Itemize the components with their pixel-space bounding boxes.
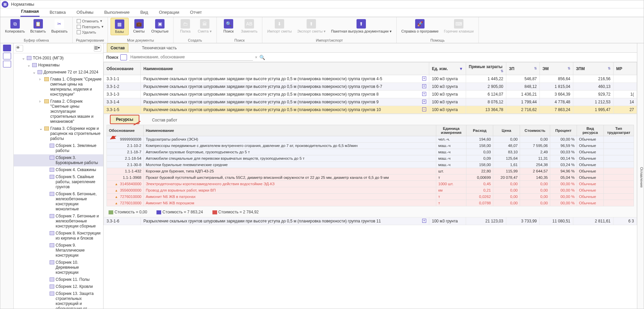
- mode-icon-2[interactable]: [3, 53, 11, 59]
- ncol-ltype[interactable]: Тип трудозатрат: [604, 125, 634, 136]
- ncol-name[interactable]: Наименование: [144, 125, 436, 136]
- tab-execution[interactable]: Выполнение: [104, 8, 130, 17]
- mode-icon-1[interactable]: [3, 45, 11, 51]
- table-row[interactable]: 3.3-1-4Разрыхление скальных грунтов шпур…: [104, 98, 637, 106]
- tab-insert[interactable]: Вставка: [49, 8, 66, 17]
- tree-root[interactable]: ⌄ТСН-2001 (МГЭ): [14, 55, 103, 62]
- table-row[interactable]: 3.3-1-6Разрыхление скальных грунтов шпур…: [104, 217, 637, 225]
- tree-s7[interactable]: Сборник 7. Бетонные и железобетонные кон…: [14, 213, 103, 230]
- tab-report[interactable]: Отчет: [189, 8, 203, 17]
- tree-s8[interactable]: Сборник 8. Конструкции из кирпича и блок…: [14, 230, 103, 242]
- ncol-pct[interactable]: Процент: [550, 125, 577, 136]
- row-expand-icon[interactable]: +: [422, 84, 426, 88]
- resource-row[interactable]: 2.1-18-54Автомобили специальные для пере…: [107, 155, 634, 162]
- nested-tab-works[interactable]: Состав работ: [147, 116, 183, 124]
- col-unit[interactable]: Ед. изм.▼: [429, 62, 466, 75]
- subtab-tech[interactable]: Техническая часть: [138, 44, 180, 52]
- tree-eye-button[interactable]: 👁: [16, 45, 23, 52]
- table-row[interactable]: 3.3-1-2Разрыхление скальных грунтов шпур…: [104, 83, 637, 91]
- search-scope-button[interactable]: [120, 54, 127, 60]
- col-mr[interactable]: МР: [614, 62, 637, 75]
- tree-ch1[interactable]: ›Глава 1. Сборник "Средние сметные цены …: [14, 76, 103, 98]
- row-expand-icon[interactable]: +: [422, 100, 426, 104]
- tree-ch2[interactable]: ›Глава 2. Сборник "Сметные цены эксплуат…: [14, 98, 103, 125]
- ncol-qty[interactable]: Расход: [466, 125, 493, 136]
- resource-row[interactable]: 2.1-10-2Компрессоры передвижные с двигат…: [107, 143, 634, 149]
- batch-export-button[interactable]: ⬆Пакетная выгрузка документации ▾: [329, 18, 394, 35]
- ncol-obos[interactable]: Обоснование: [107, 125, 144, 136]
- tree-s5[interactable]: Сборник 5. Свайные работы, закрепление г…: [14, 173, 103, 191]
- search-go[interactable]: 🔍: [259, 55, 265, 60]
- row-expand-icon[interactable]: +: [422, 76, 426, 81]
- group-help-label: Помощь: [430, 38, 445, 43]
- resource-row[interactable]: 3145840000Электродетонаторы короткозамед…: [107, 181, 634, 187]
- tree-norms[interactable]: ⌄Нормативы: [14, 62, 103, 69]
- right-panel-toggle[interactable]: Оглавление: [637, 43, 644, 309]
- cut-button[interactable]: ✂Вырезать: [49, 18, 70, 35]
- ncol-cost[interactable]: Стоимость: [520, 125, 550, 136]
- table-row[interactable]: 3.3-1-5Разрыхление скальных грунтов шпур…: [104, 106, 637, 114]
- bases-button[interactable]: ▦Базы: [111, 18, 129, 35]
- folder-button: 🗀Папка: [176, 18, 194, 35]
- resource-row[interactable]: 2.1-30-8Молотки бурильные пневматические…: [107, 162, 634, 168]
- ncol-price[interactable]: Цена: [493, 125, 520, 136]
- nested-tab-resources[interactable]: Ресурсы: [110, 115, 139, 124]
- tree-layout-button[interactable]: ▥▾: [94, 45, 101, 52]
- tab-view[interactable]: Вид: [140, 8, 149, 17]
- tree-s9[interactable]: Сборник 9. Металлические конструкции: [14, 242, 103, 259]
- replace-button: ABЗаменить: [239, 18, 259, 35]
- resource-row[interactable]: 1.1-1-3968Прокат буровой пустотелый шест…: [107, 174, 634, 181]
- redo-button[interactable]: Повторить ▾: [75, 24, 105, 29]
- tab-volumes[interactable]: Объёмы: [76, 8, 94, 17]
- col-pz[interactable]: Прямые затраты⇅: [466, 62, 506, 75]
- tree-s12[interactable]: Сборник 12. Кровли: [14, 283, 103, 290]
- tab-home[interactable]: Главная: [20, 7, 40, 17]
- ncol-unit[interactable]: Единица измерения: [436, 125, 466, 136]
- tree-s11[interactable]: Сборник 11. Полы: [14, 276, 103, 283]
- table-row[interactable]: 3.3-1-3Разрыхление скальных грунтов шпур…: [104, 91, 637, 98]
- ribbon: ⧉Копировать 📋Вставить ✂Вырезать Буфер об…: [0, 17, 644, 43]
- resource-row[interactable]: 7276010000Аммонит N6 ЖВ порошкомт0,07880…: [107, 200, 634, 206]
- window-title: Нормативы: [11, 2, 34, 7]
- search-input[interactable]: [129, 54, 253, 61]
- resource-row[interactable]: 3556000000Провод для взрывных работ, мар…: [107, 187, 634, 194]
- resource-row[interactable]: 7276010000Аммонит N6 ЖВ в патронахт0,026…: [107, 194, 634, 200]
- row-expand-icon[interactable]: +: [422, 219, 426, 223]
- group-clipboard-label: Буфер обмена: [24, 38, 49, 43]
- undo-button[interactable]: Отменить ▾: [75, 18, 105, 23]
- row-expand-icon[interactable]: +: [422, 92, 426, 96]
- tab-operations[interactable]: Операции: [158, 8, 180, 17]
- estimates-button[interactable]: 💼Сметы: [130, 18, 148, 35]
- ncol-kind[interactable]: Вид ресурса: [577, 125, 604, 136]
- subtab-compose[interactable]: Состав: [107, 43, 128, 52]
- about-button[interactable]: 🚀Справка о программе: [399, 18, 441, 35]
- col-zp[interactable]: ЗП⇅: [506, 62, 540, 75]
- tree-s10[interactable]: Сборник 10. Деревянные конструкции: [14, 259, 103, 276]
- col-obos[interactable]: Обоснование: [104, 62, 141, 75]
- table-row[interactable]: 3.3-1-1Разрыхление скальных грунтов шпур…: [104, 75, 637, 83]
- paste-button[interactable]: 📋Вставить: [28, 18, 48, 35]
- col-em[interactable]: ЭМ⇅: [540, 62, 573, 75]
- find-button[interactable]: 🔍Поиск: [219, 18, 238, 35]
- row-collapse-icon[interactable]: −: [422, 107, 426, 111]
- resource-row[interactable]: 2.1-18-7Автомобили грузовые бортовые, гр…: [107, 149, 634, 155]
- col-zpm[interactable]: ЗПМ⇅: [573, 62, 614, 75]
- tree-s6[interactable]: Сборник 6. Бетонные, железобетонные конс…: [14, 191, 103, 213]
- tree-s3[interactable]: Сборник 3. Буровзрывные работы: [14, 154, 103, 166]
- tree-ch3[interactable]: ⌄Глава 3. Сборники норм и расценок на ст…: [14, 125, 103, 142]
- group-editing-label: Редактирование: [76, 38, 104, 43]
- navigation-tree: ⌄ТСН-2001 (МГЭ) ⌄Нормативы ⌄Дополнение 7…: [14, 53, 103, 309]
- col-name[interactable]: Наименование: [141, 62, 429, 75]
- tree-addendum[interactable]: ⌄Дополнение 72 от 12.04.2024: [14, 69, 103, 76]
- tree-s1[interactable]: Сборник 1. Земляные работы: [14, 142, 103, 154]
- delete-button[interactable]: Удалить: [75, 30, 105, 35]
- resource-row[interactable]: 1.1-1-432Коронки для бурения, типа КДП-4…: [107, 168, 634, 174]
- tree-s13[interactable]: Сборник 13. Защита строительных конструк…: [14, 290, 103, 309]
- resource-row[interactable]: 9999990008Трудозатраты рабочих (ЭСН)чел.…: [107, 136, 634, 143]
- open-button[interactable]: ▣Открытые: [149, 18, 171, 35]
- import-button: ⬇Импорт сметы: [265, 18, 294, 35]
- mode-icon-3[interactable]: [3, 61, 11, 67]
- copy-button[interactable]: ⧉Копировать: [3, 18, 27, 35]
- search-clear[interactable]: ×: [255, 55, 257, 60]
- tree-s4[interactable]: Сборник 4. Скважины: [14, 166, 103, 173]
